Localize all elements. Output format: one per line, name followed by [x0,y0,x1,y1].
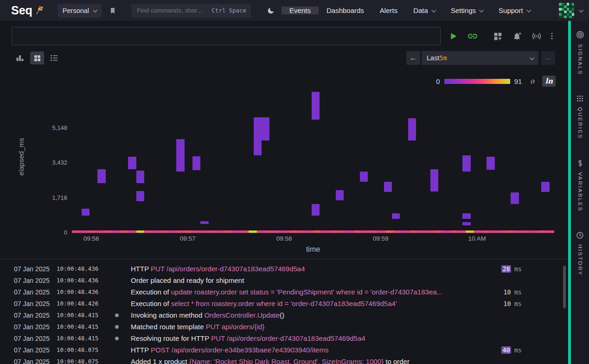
moon-icon[interactable] [267,6,275,15]
heatmap-cell[interactable] [541,182,549,192]
heatmap-cell[interactable] [430,169,438,192]
nav-item-dashboards[interactable]: Dashboards [319,6,372,14]
heatmap-baseline-cell[interactable] [192,230,201,233]
heatmap-baseline-cell[interactable] [257,230,265,233]
event-row[interactable]: 07 Jan 202510:00:48.415Matched route tem… [0,321,568,332]
heatmap-baseline-cell[interactable] [313,230,321,233]
heatmap-baseline-cell[interactable] [434,230,442,233]
run-query-button[interactable] [443,27,463,45]
heatmap-baseline-cell[interactable] [426,230,434,233]
heatmap-baseline-cell[interactable] [136,230,145,233]
time-range-back-button[interactable]: ← [406,51,420,65]
heatmap-baseline-cell[interactable] [353,230,362,233]
nav-item-alerts[interactable]: Alerts [372,6,405,14]
workspace-dropdown[interactable]: Personal [58,4,102,18]
event-row[interactable]: 07 Jan 202510:00:48.075Added 1 x product… [0,356,568,364]
seq-logo[interactable]: Seq [11,4,44,17]
heatmap-cell[interactable] [136,191,144,201]
heatmap-baseline-cell[interactable] [417,230,426,233]
heatmap-baseline-cell[interactable] [329,230,338,233]
heatmap-baseline-cell[interactable] [80,230,88,233]
heatmap-baseline-cell[interactable] [450,230,458,233]
heatmap-baseline-cell[interactable] [466,230,474,233]
user-menu[interactable] [559,0,589,21]
heatmap-baseline-cell[interactable] [361,230,370,233]
heatmap-cell[interactable] [262,117,269,140]
heatmap-baseline-cell[interactable] [305,230,314,233]
heatmap-baseline-cell[interactable] [369,230,378,233]
heatmap-cell[interactable] [384,182,392,192]
heatmap-baseline-cell[interactable] [514,230,522,233]
heatmap-baseline-cell[interactable] [144,230,153,233]
heatmap-cell[interactable] [392,213,400,219]
heatmap-baseline-cell[interactable] [337,230,346,233]
heatmap-cell[interactable] [511,192,519,204]
event-row[interactable]: 07 Jan 202510:00:48.426Execution of sele… [0,298,568,309]
heatmap-baseline-cell[interactable] [217,230,225,233]
heatmap-baseline-cell[interactable] [233,230,241,233]
heatmap-baseline-cell[interactable] [249,230,257,233]
heatmap-cell[interactable] [312,92,320,120]
heatmap-baseline-cell[interactable] [241,230,249,233]
heatmap-baseline-cell[interactable] [546,230,555,233]
heatmap-baseline-cell[interactable] [289,230,297,233]
heatmap-baseline-cell[interactable] [88,230,96,233]
heatmap-baseline-cell[interactable] [297,230,305,233]
heatmap-baseline-cell[interactable] [200,230,209,233]
heatmap-cell[interactable] [336,190,344,200]
heatmap-cell[interactable] [312,204,320,216]
create-alert-button[interactable] [507,27,527,45]
heatmap-baseline-cell[interactable] [128,230,136,233]
heatmap-baseline-cell[interactable] [402,230,410,233]
heatmap-baseline-cell[interactable] [378,230,386,233]
scale-toggle-o-button[interactable]: o [526,76,538,87]
heatmap-cell[interactable] [192,156,200,170]
heatmap-cell[interactable] [462,155,470,172]
heatmap-cell[interactable] [176,139,184,172]
heatmap-baseline-cell[interactable] [458,230,466,233]
sidebar-item-history[interactable]: HISTORY [576,231,584,276]
more-options-button[interactable] [546,27,557,45]
nav-item-support[interactable]: Support [491,6,538,14]
add-to-dashboard-button[interactable] [488,27,507,45]
heatmap-cell[interactable] [254,140,262,155]
heatmap-baseline-cell[interactable] [522,230,531,233]
heatmap-baseline-cell[interactable] [224,230,233,233]
heatmap-cell[interactable] [360,172,368,182]
heatmap-baseline-cell[interactable] [96,230,104,233]
heatmap-baseline-cell[interactable] [345,230,353,233]
nav-item-events[interactable]: Events [282,6,319,14]
heatmap-baseline-cell[interactable] [385,230,394,233]
heatmap-baseline-cell[interactable] [482,230,490,233]
heatmap-baseline-cell[interactable] [506,230,514,233]
heatmap-cell[interactable] [462,213,470,219]
heatmap-baseline-cell[interactable] [498,230,506,233]
heatmap-baseline-cell[interactable] [120,230,128,233]
sidebar-item-signals[interactable]: SIGNALS [576,30,585,75]
heatmap-baseline-cell[interactable] [104,230,112,233]
nav-item-data[interactable]: Data [405,6,443,14]
sidebar-item-queries[interactable]: QUERIES [576,95,584,139]
time-range-forward-button[interactable]: → [541,51,555,65]
heatmap-baseline-cell[interactable] [321,230,329,233]
heatmap-cell[interactable] [136,171,144,183]
live-tail-button[interactable] [527,27,546,45]
heatmap-cell[interactable] [97,169,105,183]
heatmap-baseline-cell[interactable] [474,230,482,233]
heatmap-cell[interactable] [462,222,470,225]
nav-item-settings[interactable]: Settings [443,6,491,14]
heatmap-cell[interactable] [200,221,208,224]
heatmap-baseline-cell[interactable] [112,230,121,233]
heatmap-cell[interactable] [254,117,262,140]
sidebar-item-variables[interactable]: VARIABLES [576,159,584,212]
event-row[interactable]: 07 Jan 202510:00:48.436HTTP PUT /api/ord… [0,263,568,275]
heatmap-baseline-cell[interactable] [209,230,217,233]
permalink-button[interactable] [463,27,482,45]
heatmap-baseline-cell[interactable] [442,230,450,233]
query-input[interactable] [12,27,441,45]
heatmap-baseline-cell[interactable] [538,230,546,233]
view-toggle-list[interactable] [47,51,61,64]
heatmap-baseline-cell[interactable] [152,230,160,233]
heatmap-baseline-cell[interactable] [72,230,80,233]
view-toggle-heatmap[interactable] [30,51,44,64]
